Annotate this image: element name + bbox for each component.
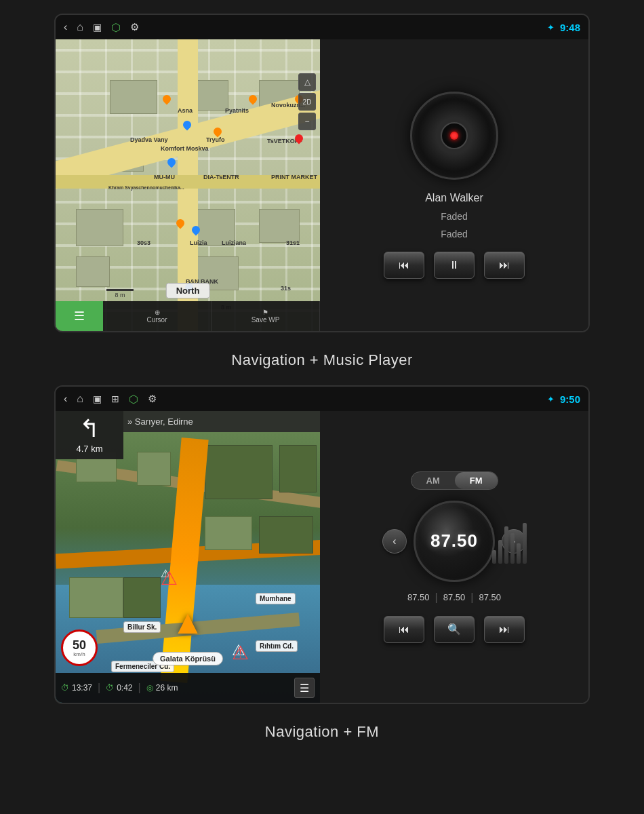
nav-building-4 — [279, 445, 317, 492]
home-icon[interactable]: ⌂ — [77, 21, 83, 33]
disc-inner — [441, 122, 468, 149]
preset-row: 87.50 | 87.50 | 87.50 — [407, 592, 501, 604]
frequency-display: ‹ 87.50 › — [382, 501, 526, 582]
preset-1[interactable]: 87.50 — [407, 592, 430, 602]
map-pin-5[interactable] — [212, 128, 224, 142]
disc-dot — [450, 132, 458, 140]
preset-divider-2: | — [470, 592, 473, 604]
map-label-30s3: 30s3 — [137, 239, 150, 246]
map-label-pyatnits: Pyatnits — [225, 107, 249, 114]
map-toolbar: △ 2D − — [298, 73, 316, 130]
dist-icon: ◎ — [146, 683, 153, 693]
nav-dist-stat: ◎ 26 km — [146, 683, 178, 693]
bluetooth-icon-2: ✦ — [547, 394, 555, 404]
map-pin-9[interactable] — [190, 226, 202, 241]
next-button[interactable]: ⏭ — [484, 252, 525, 279]
nav-map-panel[interactable]: ↰ 4.7 km » Sarıyer, Edirne — [56, 411, 320, 703]
map-panel-1[interactable]: Asna Pyatnits Novokuzn... Dyadva Vany Tr… — [56, 39, 320, 331]
map-pin-1[interactable] — [161, 95, 173, 110]
map-pin-7[interactable] — [165, 158, 178, 173]
home-icon-2[interactable]: ⌂ — [77, 393, 83, 405]
fm-button[interactable]: FM — [455, 472, 498, 489]
disc-player — [410, 92, 498, 180]
save-wp-button[interactable]: ⚑ Save WP — [212, 301, 320, 331]
nav-building-7 — [69, 577, 123, 618]
map-label-luiziana: Luiziana — [222, 239, 246, 246]
window-icon[interactable]: ▣ — [93, 22, 102, 33]
nav-duration-stat: ⏱ 0:42 — [106, 683, 132, 693]
back-icon[interactable]: ‹ — [64, 21, 67, 33]
map-label-khram: Khram Svyaschennomuchenika... — [108, 185, 184, 190]
frequency-dial[interactable]: 87.50 — [414, 501, 495, 582]
map-menu-button[interactable]: ☰ — [56, 301, 103, 331]
signal-bar-3 — [504, 526, 508, 564]
clock-1: 9:48 — [560, 22, 580, 33]
turn-street: » Sarıyer, Edirne — [123, 411, 320, 432]
warning-sign-2: ⚠ — [232, 642, 254, 663]
speed-number: 50 — [73, 639, 86, 651]
map-bottom-bar-1: ☰ ⊕ Cursor ⚑ Save WP — [56, 301, 320, 331]
save-wp-icon: ⚑ — [262, 309, 268, 316]
pause-button[interactable]: ⏸ — [434, 252, 475, 279]
map-label-asna: Asna — [178, 107, 193, 114]
map-tool-zoom-out[interactable]: − — [298, 113, 316, 130]
nav-building-6 — [259, 516, 313, 554]
nav-duration-value: 0:42 — [117, 683, 132, 693]
preset-2[interactable]: 87.50 — [443, 592, 466, 602]
cursor-button[interactable]: ⊕ Cursor — [103, 301, 212, 331]
radio-search-button[interactable]: 🔍 — [434, 616, 475, 643]
building-7 — [259, 209, 300, 243]
map-pin-4[interactable] — [181, 121, 193, 136]
window-icon-2[interactable]: ▣ — [93, 393, 102, 404]
nav-icons-1: ‹ ⌂ ▣ ⬡ ⚙ — [64, 21, 539, 34]
stat-divider-2: | — [138, 682, 141, 694]
map-pin-6[interactable] — [293, 134, 305, 149]
speed-badge: 50 km/h — [61, 629, 98, 666]
track-album: Faded — [441, 211, 468, 222]
map-pin-2[interactable] — [247, 95, 259, 110]
usb-icon: ⚙ — [130, 21, 139, 33]
navigation-icon: ⬡ — [111, 21, 121, 34]
screen2-card: ‹ ⌂ ▣ ⊞ ⬡ ⚙ ✦ 9:50 ↰ 4.7 km » Sarıyer, E… — [54, 385, 590, 704]
radio-prev-button[interactable]: ⏮ — [384, 616, 424, 643]
signal-bar-5 — [517, 543, 521, 564]
map-tool-triangle[interactable]: △ — [298, 73, 316, 91]
nav-direction-arrow: ▲ — [171, 602, 205, 642]
nav-menu-button[interactable]: ☰ — [294, 678, 315, 698]
navigation-icon-2: ⬡ — [129, 393, 138, 406]
signal-bars — [492, 509, 527, 564]
map-label-print: PRINT MARKET — [271, 174, 317, 180]
map-label-komfort: Komfort Moskva — [161, 145, 209, 152]
map-pin-8[interactable] — [174, 219, 186, 234]
radio-next-button[interactable]: ⏭ — [484, 616, 525, 643]
map-label-dyadva: Dyadva Vany — [130, 136, 168, 143]
signal-bar-4 — [510, 533, 515, 564]
freq-prev-button[interactable]: ‹ — [382, 529, 407, 554]
map-background-1: Asna Pyatnits Novokuzn... Dyadva Vany Tr… — [56, 39, 320, 331]
north-button[interactable]: North — [166, 283, 210, 298]
turn-arrow-icon: ↰ — [79, 416, 100, 441]
disc-outer — [410, 92, 498, 180]
nav-hamburger-icon: ☰ — [300, 682, 309, 695]
building-5 — [76, 209, 123, 246]
map-tool-2d[interactable]: 2D — [298, 93, 316, 111]
preset-divider-1: | — [435, 592, 438, 604]
nav-icons-2: ‹ ⌂ ▣ ⊞ ⬡ ⚙ — [64, 393, 539, 406]
am-button[interactable]: AM — [411, 472, 455, 489]
split-panel-2: ↰ 4.7 km » Sarıyer, Edirne — [56, 411, 588, 703]
map-label-31s: 31s — [281, 285, 291, 292]
preset-3[interactable]: 87.50 — [479, 592, 501, 602]
frequency-value: 87.50 — [430, 530, 478, 551]
back-icon-2[interactable]: ‹ — [64, 393, 67, 405]
usb-icon-2: ⚙ — [148, 393, 157, 405]
building-8 — [76, 256, 110, 287]
nav-time-stat: ⏱ 13:37 — [61, 683, 92, 693]
radio-controls: ⏮ 🔍 ⏭ — [384, 616, 525, 643]
track-artist: Alan Walker — [425, 192, 483, 204]
prev-button[interactable]: ⏮ — [384, 252, 424, 279]
gallery-icon[interactable]: ⊞ — [111, 393, 119, 404]
playback-controls: ⏮ ⏸ ⏭ — [384, 252, 525, 279]
hamburger-icon-1: ☰ — [74, 309, 85, 324]
warning-sign-1: ⚠ — [161, 567, 182, 589]
nav-building-2 — [137, 452, 171, 486]
